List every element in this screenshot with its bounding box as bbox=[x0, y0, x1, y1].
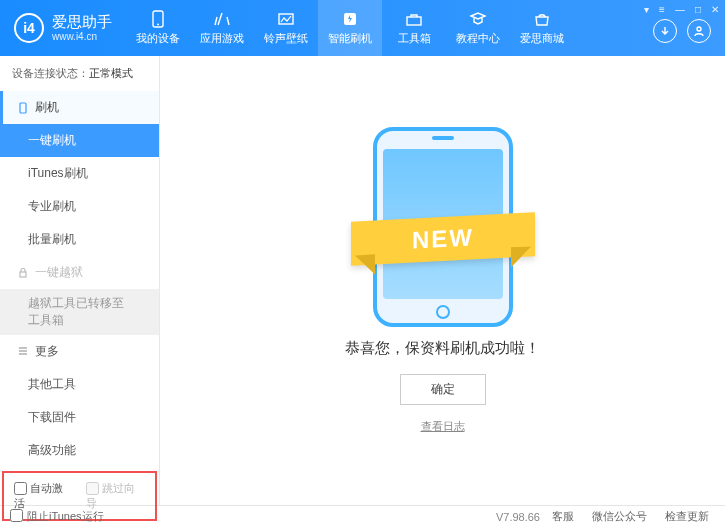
success-message: 恭喜您，保资料刷机成功啦！ bbox=[345, 339, 540, 358]
nav-toolbox[interactable]: 工具箱 bbox=[382, 0, 446, 56]
check-update-link[interactable]: 检查更新 bbox=[659, 509, 715, 524]
app-title: 爱思助手 bbox=[52, 13, 112, 31]
app-logo: i4 爱思助手 www.i4.cn bbox=[0, 0, 126, 56]
wechat-link[interactable]: 微信公众号 bbox=[586, 509, 653, 524]
lock-icon bbox=[17, 267, 29, 279]
auto-activate-checkbox[interactable]: 自动激活 bbox=[14, 481, 74, 511]
sidebar-download-firmware[interactable]: 下载固件 bbox=[0, 401, 159, 434]
version-label: V7.98.66 bbox=[496, 511, 540, 523]
logo-icon: i4 bbox=[14, 13, 44, 43]
download-button[interactable] bbox=[653, 19, 677, 43]
nav-smart-flash[interactable]: 智能刷机 bbox=[318, 0, 382, 56]
phone-illustration: NEW bbox=[373, 127, 513, 327]
section-more[interactable]: 更多 bbox=[0, 335, 159, 368]
flash-icon bbox=[340, 10, 360, 28]
device-icon bbox=[148, 10, 168, 28]
ok-button[interactable]: 确定 bbox=[400, 374, 486, 405]
nav-tutorial[interactable]: 教程中心 bbox=[446, 0, 510, 56]
phone-small-icon bbox=[17, 102, 29, 114]
maximize-button[interactable]: □ bbox=[695, 4, 701, 15]
minimize-button[interactable]: — bbox=[675, 4, 685, 15]
nav-store[interactable]: 爱思商城 bbox=[510, 0, 574, 56]
user-button[interactable] bbox=[687, 19, 711, 43]
svg-rect-7 bbox=[20, 272, 26, 277]
svg-point-5 bbox=[697, 27, 701, 31]
nav-ringtone-wallpaper[interactable]: 铃声壁纸 bbox=[254, 0, 318, 56]
svg-rect-6 bbox=[20, 103, 26, 113]
view-log-link[interactable]: 查看日志 bbox=[421, 419, 465, 434]
top-nav: 我的设备 应用游戏 铃声壁纸 智能刷机 工具箱 教程中心 爱思商城 bbox=[126, 0, 638, 56]
block-itunes-checkbox[interactable]: 阻止iTunes运行 bbox=[10, 509, 104, 524]
svg-rect-2 bbox=[279, 14, 293, 24]
close-button[interactable]: ✕ bbox=[711, 4, 719, 15]
sidebar-other-tools[interactable]: 其他工具 bbox=[0, 368, 159, 401]
sidebar-pro-flash[interactable]: 专业刷机 bbox=[0, 190, 159, 223]
section-jailbreak: 一键越狱 bbox=[0, 256, 159, 289]
store-icon bbox=[532, 10, 552, 28]
customer-service-link[interactable]: 客服 bbox=[546, 509, 580, 524]
sidebar-batch-flash[interactable]: 批量刷机 bbox=[0, 223, 159, 256]
sidebar-advanced[interactable]: 高级功能 bbox=[0, 434, 159, 467]
wallpaper-icon bbox=[276, 10, 296, 28]
skip-guide-checkbox[interactable]: 跳过向导 bbox=[86, 481, 146, 511]
nav-apps-games[interactable]: 应用游戏 bbox=[190, 0, 254, 56]
more-icon bbox=[17, 345, 29, 357]
svg-point-1 bbox=[157, 24, 159, 26]
apps-icon bbox=[212, 10, 232, 28]
sidebar-itunes-flash[interactable]: iTunes刷机 bbox=[0, 157, 159, 190]
tray-icon[interactable]: ≡ bbox=[659, 4, 665, 15]
menu-icon[interactable]: ▾ bbox=[644, 4, 649, 15]
nav-my-device[interactable]: 我的设备 bbox=[126, 0, 190, 56]
svg-rect-4 bbox=[407, 17, 421, 25]
app-url: www.i4.cn bbox=[52, 31, 112, 43]
jailbreak-notice: 越狱工具已转移至工具箱 bbox=[0, 289, 159, 335]
sidebar-one-click-flash[interactable]: 一键刷机 bbox=[0, 124, 159, 157]
tutorial-icon bbox=[468, 10, 488, 28]
toolbox-icon bbox=[404, 10, 424, 28]
connection-status: 设备连接状态：正常模式 bbox=[0, 56, 159, 91]
section-flash[interactable]: 刷机 bbox=[0, 91, 159, 124]
